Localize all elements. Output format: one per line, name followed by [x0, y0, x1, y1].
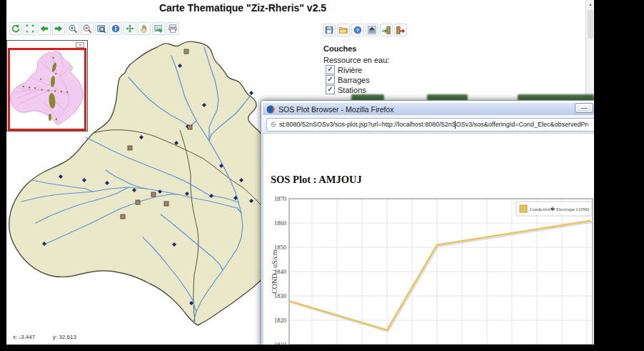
tool-select-hand-button[interactable]: [138, 22, 151, 35]
tool-add-image-layer-button[interactable]: [152, 22, 165, 35]
minimize-button[interactable]: —: [575, 103, 593, 113]
url-field[interactable]: st:8080/52nSOSv3/sos-plot.jsp?url=http:/…: [266, 118, 598, 132]
globe-icon: [271, 121, 276, 128]
screen: Carte Thematique "Ziz-Rheris" v2.5 ? ▪: [0, 0, 644, 351]
tool-zoom-full-extent-button[interactable]: [24, 22, 36, 35]
layers-heading: Couches: [323, 44, 356, 53]
window-titlebar[interactable]: SOS Plot Browser - Mozilla Firefox: [263, 103, 602, 115]
firefox-window: SOS Plot Browser - Mozilla Firefox — st:…: [261, 100, 604, 351]
tool-refresh-button[interactable]: [9, 22, 22, 35]
tool-help-button[interactable]: ?: [351, 24, 364, 36]
file-toolbar: ?: [323, 24, 407, 36]
status-x-coordinate: x: -3.447: [13, 334, 35, 340]
arrow-left-icon: [39, 24, 49, 34]
refresh-icon: [11, 24, 21, 34]
help-icon: ?: [353, 25, 363, 35]
tool-zoom-out-button[interactable]: [81, 22, 94, 35]
zoom-window-icon: [96, 24, 106, 34]
tool-identify-button[interactable]: [109, 22, 122, 35]
tool-pan-left-button[interactable]: [38, 22, 51, 35]
riviere-checkbox[interactable]: ✓: [326, 65, 335, 74]
tool-zoom-window-button[interactable]: [95, 22, 108, 35]
barrages-checkbox[interactable]: ✓: [326, 75, 335, 84]
svg-text:1820: 1820: [274, 317, 286, 324]
window-title: SOS Plot Browser - Mozilla Firefox: [278, 105, 394, 114]
tool-legend-button[interactable]: [366, 24, 378, 36]
info-icon: [111, 24, 121, 34]
browser-navbar: st:8080/52nSOSv3/sos-plot.jsp?url=http:/…: [262, 116, 603, 134]
overview-collapse-button[interactable]: ▪: [76, 42, 84, 48]
barrages-label: Barrages: [338, 76, 370, 84]
arrow-right-icon: [54, 24, 64, 34]
save-icon: [324, 25, 334, 35]
riviere-label: Rivière: [338, 66, 362, 74]
sos-plot-chart: 1810182018301840185018601870Mar 270:00Ma…: [271, 194, 600, 351]
text-caret: [455, 121, 456, 129]
status-y-coordinate: y: 32.613: [53, 334, 76, 340]
stations-checkbox[interactable]: ✓: [326, 85, 335, 94]
printer-icon: [168, 24, 178, 34]
scrollbar-thumb[interactable]: [588, 10, 593, 39]
tool-import-button[interactable]: [380, 24, 393, 36]
door-out-icon: [396, 25, 406, 35]
zoom-full-extent-icon: [25, 24, 35, 34]
building-icon: [367, 25, 377, 35]
tool-pan-button[interactable]: [124, 22, 136, 35]
black-border-bottom: [0, 345, 644, 351]
tool-save-button[interactable]: [323, 24, 336, 36]
tool-zoom-in-button[interactable]: [66, 22, 79, 35]
move-arrows-icon: [125, 24, 135, 34]
layers-group-label: Ressource en eau:: [323, 56, 389, 64]
url-text: st:8080/52nSOSv3/sos-plot.jsp?url=http:/…: [279, 121, 588, 128]
hand-icon: [139, 24, 149, 34]
plot-page-heading: SOS Plot : AMJOUJ: [271, 174, 362, 186]
svg-text:COND / uS/cm: COND / uS/cm: [271, 249, 278, 294]
stations-label: Stations: [338, 86, 366, 94]
tool-open-folder-button[interactable]: [337, 24, 350, 36]
main-toolbar: [9, 22, 179, 35]
tool-exit-button[interactable]: [394, 24, 407, 36]
tool-pan-right-button[interactable]: [52, 22, 65, 35]
svg-text:1860: 1860: [274, 219, 286, 227]
svg-text:Condictivit� Electrique COND: Condictivit� Electrique COND: [530, 206, 589, 212]
folder-icon: [338, 25, 348, 35]
svg-text:1870: 1870: [274, 195, 286, 202]
black-border-left: [0, 0, 6, 351]
overview-map-box: ▪: [6, 40, 88, 132]
tool-print-button[interactable]: [166, 22, 179, 35]
browser-content: SOS Plot : AMJOUJ 1810182018301840185018…: [262, 134, 603, 351]
zoom-out-icon: [82, 24, 92, 34]
black-border-right: [594, 0, 644, 351]
svg-text:?: ?: [356, 27, 360, 34]
zoom-in-icon: [68, 24, 78, 34]
bookmark-star-icon[interactable]: ☆: [588, 121, 594, 128]
overview-map: [9, 49, 88, 138]
firefox-icon: [266, 105, 275, 114]
door-in-icon: [381, 25, 391, 35]
image-add-icon: [154, 24, 163, 34]
